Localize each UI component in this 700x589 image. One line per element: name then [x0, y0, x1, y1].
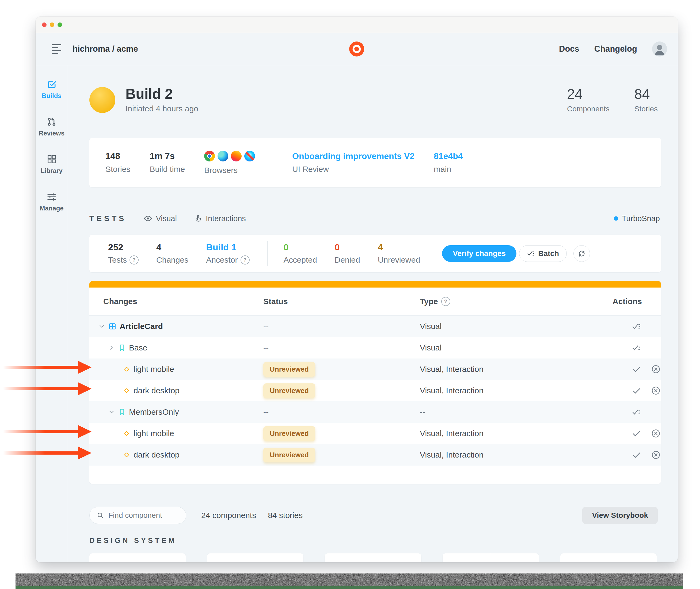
batch-button-label: Batch	[538, 249, 559, 258]
changelog-link[interactable]: Changelog	[594, 44, 637, 54]
commit-link[interactable]: 81e4b4	[434, 152, 463, 160]
table-row[interactable]: dark desktop Unreviewed Visual, Interact…	[89, 444, 661, 465]
menu-icon[interactable]	[52, 44, 61, 54]
stories-count-block: 84 Stories	[622, 87, 661, 113]
build-stats-bar: 252 Tests? 4 Changes Build 1 Ancestor? 0…	[89, 235, 661, 272]
row-status: --	[263, 407, 420, 417]
component-card[interactable]	[325, 553, 421, 562]
verify-changes-button[interactable]: Verify changes	[442, 245, 516, 262]
deny-icon[interactable]	[651, 450, 661, 460]
build-avatar	[89, 87, 115, 113]
table-row[interactable]: dark desktop Unreviewed Visual, Interact…	[89, 380, 661, 401]
component-card[interactable]	[89, 553, 186, 562]
chromatic-logo-icon[interactable]	[349, 41, 364, 56]
stories-count-label: Stories	[635, 105, 658, 113]
component-card[interactable]	[442, 553, 539, 562]
table-header-row: Changes Status Type ? Actions	[89, 287, 661, 316]
row-type: Visual, Interaction	[420, 386, 613, 395]
batch-button[interactable]: Batch	[519, 245, 567, 262]
turbosnap-toggle[interactable]: TurboSnap	[614, 214, 660, 223]
question-icon[interactable]: ?	[241, 255, 250, 264]
sidebar-item-label: Manage	[40, 205, 63, 212]
sidebar-item-manage[interactable]: Manage	[40, 192, 63, 212]
interactions-filter[interactable]: Interactions	[194, 214, 246, 223]
ancestor-build-link[interactable]: Build 1	[206, 242, 249, 252]
row-type: Visual, Interaction	[420, 365, 613, 374]
stat-tests-label: Tests	[108, 255, 127, 264]
checkbox-icon	[47, 79, 57, 89]
diamond-icon	[123, 451, 130, 459]
search-input[interactable]	[108, 511, 179, 520]
visual-filter[interactable]: Visual	[143, 214, 177, 223]
window-minimize-button[interactable]	[50, 22, 54, 27]
sidebar: Builds Reviews	[36, 65, 68, 562]
window-titlebar	[36, 17, 678, 33]
table-row[interactable]: light mobile Unreviewed Visual, Interact…	[89, 359, 661, 380]
chevron-down-icon[interactable]	[108, 409, 115, 415]
row-name: Base	[129, 343, 147, 352]
summary-build-time-value: 1m 7s	[149, 152, 185, 160]
view-storybook-button[interactable]: View Storybook	[582, 507, 658, 524]
docs-link[interactable]: Docs	[559, 44, 579, 54]
sidebar-item-builds[interactable]: Builds	[42, 79, 61, 100]
build-header: Build 2 Initiated 4 hours ago 24 Compone…	[89, 85, 661, 114]
stat-changes: 4 Changes	[156, 242, 189, 264]
summary-commit: 81e4b4 main	[434, 152, 463, 174]
table-row[interactable]: Base -- Visual	[89, 337, 661, 359]
pointer-hand-icon	[194, 214, 203, 223]
table-row[interactable]: ArticleCard -- Visual	[89, 316, 661, 337]
annotation-arrow	[3, 360, 91, 374]
window-zoom-button[interactable]	[57, 22, 62, 27]
build-summary-card: 148 Stories 1m 7s Build time Browsers	[89, 138, 661, 187]
safari-icon	[244, 151, 255, 161]
annotation-arrow	[3, 425, 91, 438]
sidebar-item-label: Reviews	[39, 130, 64, 137]
diamond-icon	[123, 429, 130, 437]
app-window: hichroma / acme Docs Changelog	[36, 17, 678, 562]
table-row[interactable]: light mobile Unreviewed Visual, Interact…	[89, 423, 661, 444]
build-subtitle: Initiated 4 hours ago	[125, 104, 198, 113]
breadcrumb[interactable]: hichroma / acme	[72, 44, 138, 54]
stat-unreviewed: 4 Unreviewed	[378, 242, 420, 264]
question-icon[interactable]: ?	[441, 297, 450, 306]
component-card[interactable]	[207, 553, 303, 562]
batch-accept-icon[interactable]	[632, 343, 641, 353]
accept-icon[interactable]	[632, 429, 641, 438]
sidebar-item-reviews[interactable]: Reviews	[39, 117, 64, 137]
deny-icon[interactable]	[651, 429, 661, 438]
refresh-button[interactable]	[574, 245, 590, 262]
summary-browsers-label: Browsers	[204, 166, 255, 175]
branch-link[interactable]: Onboarding improvements V2	[292, 152, 414, 160]
status-badge: Unreviewed	[263, 426, 315, 441]
search-field[interactable]	[89, 507, 186, 524]
window-close-button[interactable]	[42, 22, 47, 27]
accept-icon[interactable]	[632, 386, 641, 395]
component-footer-bar: 24 components 84 stories View Storybook	[89, 507, 661, 524]
design-system-heading: DESIGN SYSTEM	[89, 537, 661, 545]
summary-stories-label: Stories	[105, 165, 130, 174]
interactions-filter-label: Interactions	[206, 214, 246, 223]
stat-denied: 0 Denied	[335, 242, 360, 264]
deny-icon[interactable]	[651, 364, 661, 374]
turbosnap-dot	[614, 216, 618, 221]
chrome-icon	[204, 151, 215, 161]
table-row[interactable]: MembersOnly -- --	[89, 401, 661, 423]
diamond-icon	[123, 365, 130, 373]
question-icon[interactable]: ?	[129, 255, 138, 264]
batch-accept-icon[interactable]	[632, 322, 641, 331]
stat-changes-label: Changes	[156, 255, 189, 264]
accept-icon[interactable]	[632, 364, 641, 374]
component-card[interactable]	[560, 553, 657, 562]
avatar[interactable]	[652, 41, 667, 56]
deny-icon[interactable]	[651, 386, 661, 395]
chevron-right-icon[interactable]	[108, 344, 115, 351]
stat-accepted: 0 Accepted	[284, 242, 317, 264]
sidebar-item-library[interactable]: Library	[41, 154, 62, 175]
row-name: dark desktop	[133, 450, 180, 459]
accept-icon[interactable]	[632, 450, 641, 460]
chevron-down-icon[interactable]	[98, 323, 105, 330]
row-type: Visual, Interaction	[420, 450, 613, 459]
summary-build-time-label: Build time	[149, 165, 185, 174]
batch-accept-icon[interactable]	[632, 407, 641, 417]
branch-subtitle: UI Review	[292, 165, 414, 174]
